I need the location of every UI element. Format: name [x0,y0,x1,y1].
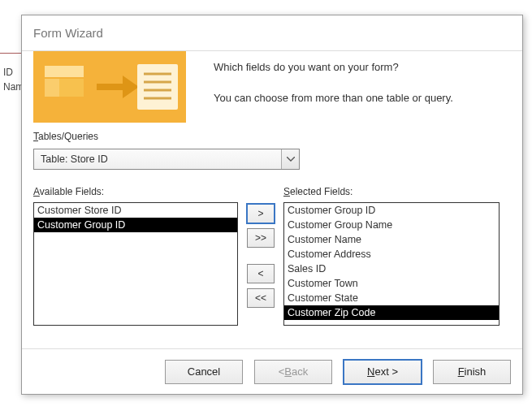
add-all-fields-button[interactable]: >> [247,228,275,248]
intro-text-block: Which fields do you want on your form? Y… [214,51,453,123]
add-field-button[interactable]: > [247,204,275,223]
finish-button[interactable]: Finish [433,360,511,384]
chevron-down-icon [287,157,295,162]
list-item[interactable]: Customer Store ID [34,203,237,218]
dropdown-button[interactable] [281,149,299,169]
list-item[interactable]: Customer Town [284,276,499,291]
intro-line-2: You can choose from more than one table … [214,90,453,106]
list-item[interactable]: Customer Name [284,232,499,247]
cancel-button[interactable]: Cancel [165,360,243,384]
move-buttons-column: > >> < << [238,186,283,326]
svg-rect-4 [137,64,178,110]
list-item[interactable]: Customer Address [284,247,499,262]
svg-rect-1 [45,66,84,77]
bg-col-name: Nam [0,80,24,94]
svg-rect-3 [59,79,84,97]
list-item[interactable]: Customer Group Name [284,218,499,232]
available-fields-label: Available Fields: [33,186,238,197]
list-item[interactable]: Sales ID [284,262,499,276]
tables-queries-value: Table: Store ID [34,153,281,165]
tables-queries-select[interactable]: Table: Store ID [33,149,300,170]
dialog-title: Form Wizard [33,26,103,40]
available-fields-listbox[interactable]: Customer Store IDCustomer Group ID [33,202,238,326]
intro-line-1: Which fields do you want on your form? [214,59,453,76]
dialog-content: Which fields do you want on your form? Y… [22,51,522,348]
background-grid-headers: ID Nam [0,65,24,94]
dialog-titlebar: Form Wizard [22,15,522,51]
selected-fields-label: Selected Fields: [283,186,500,197]
selected-fields-listbox[interactable]: Customer Group IDCustomer Group NameCust… [283,202,500,326]
back-button[interactable]: < Back [254,360,332,384]
list-item[interactable]: Customer Zip Code [284,305,499,320]
remove-field-button[interactable]: < [247,264,275,283]
form-wizard-dialog: Form Wizard Which fields do you [21,15,523,395]
next-button[interactable]: Next > [344,360,422,384]
remove-all-fields-button[interactable]: << [247,288,275,308]
background-ribbon-line [0,53,21,54]
dialog-footer: Cancel < Back Next > Finish [22,348,522,394]
list-item[interactable]: Customer State [284,291,499,305]
wizard-illustration [33,51,186,123]
bg-col-id: ID [0,65,24,80]
tables-queries-label: Tables/Queries [33,131,511,142]
list-item[interactable]: Customer Group ID [284,203,499,218]
list-item[interactable]: Customer Group ID [34,218,237,232]
